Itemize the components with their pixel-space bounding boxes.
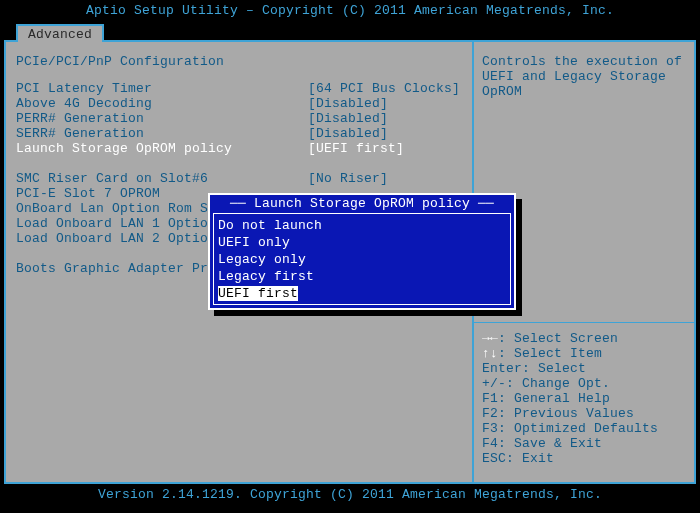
setting-label: SERR# Generation — [16, 126, 308, 141]
popup-title: ── Launch Storage OpROM policy ── — [210, 195, 514, 217]
popup-item[interactable]: Legacy first — [210, 268, 514, 285]
setting-row[interactable]: SMC Riser Card on Slot#6 [No Riser] — [16, 171, 464, 186]
popup-item[interactable]: Legacy only — [210, 251, 514, 268]
help-text: Controls the execution of UEFI and Legac… — [482, 54, 686, 99]
help-key-line: F4: Save & Exit — [482, 436, 686, 451]
setting-label: PERR# Generation — [16, 111, 308, 126]
popup-item-selected[interactable]: UEFI first — [210, 285, 514, 302]
setting-value: [64 PCI Bus Clocks] — [308, 81, 460, 96]
popup-item[interactable]: Do not launch — [210, 217, 514, 234]
setting-label: Above 4G Decoding — [16, 96, 308, 111]
setting-row[interactable]: Above 4G Decoding [Disabled] — [16, 96, 464, 111]
bios-screen: Aptio Setup Utility – Copyright (C) 2011… — [0, 0, 700, 513]
setting-label: Launch Storage OpROM policy — [16, 141, 308, 156]
help-key-line: F2: Previous Values — [482, 406, 686, 421]
setting-value: [No Riser] — [308, 171, 388, 186]
tabs-row: Advanced — [0, 24, 700, 42]
help-key-line: →←──: Select Screen: Select Screen — [482, 331, 686, 346]
help-key-line: ESC: Exit — [482, 451, 686, 466]
setting-row[interactable]: SERR# Generation [Disabled] — [16, 126, 464, 141]
setting-row[interactable]: PERR# Generation [Disabled] — [16, 111, 464, 126]
setting-label: PCI Latency Timer — [16, 81, 308, 96]
help-key-line: ↑↓: Select Item — [482, 346, 686, 361]
setting-value: [Disabled] — [308, 111, 388, 126]
help-key-line: F3: Optimized Defaults — [482, 421, 686, 436]
section-title: PCIe/PCI/PnP Configuration — [16, 54, 464, 69]
setting-row[interactable]: PCI Latency Timer [64 PCI Bus Clocks] — [16, 81, 464, 96]
help-key-line: Enter: Select — [482, 361, 686, 376]
setting-value: [Disabled] — [308, 96, 388, 111]
popup-item[interactable]: UEFI only — [210, 234, 514, 251]
title-bar: Aptio Setup Utility – Copyright (C) 2011… — [0, 0, 700, 24]
setting-value: [UEFI first] — [308, 141, 404, 156]
footer: Version 2.14.1219. Copyright (C) 2011 Am… — [0, 484, 700, 509]
option-popup: ── Launch Storage OpROM policy ── Do not… — [208, 193, 516, 310]
help-key-line: F1: General Help — [482, 391, 686, 406]
help-key-line: +/-: Change Opt. — [482, 376, 686, 391]
setting-value: [Disabled] — [308, 126, 388, 141]
help-keys: →←──: Select Screen: Select Screen ↑↓: S… — [482, 322, 686, 466]
setting-row-selected[interactable]: Launch Storage OpROM policy [UEFI first] — [16, 141, 464, 156]
setting-label: SMC Riser Card on Slot#6 — [16, 171, 308, 186]
spacer — [16, 156, 464, 171]
tab-advanced[interactable]: Advanced — [16, 24, 104, 42]
